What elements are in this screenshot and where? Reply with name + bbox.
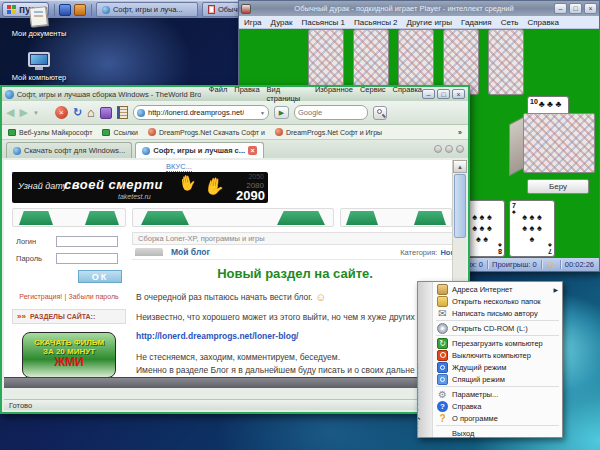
sections-header: РАЗДЕЛЫ САЙТА:: xyxy=(30,313,95,320)
hand-card-7-spades[interactable]: 7♠ 7♠ ♠ ♠ ♠ ♠ ♠ ♠ ♠ xyxy=(509,200,555,257)
register-link[interactable]: Регистрация! xyxy=(19,293,62,300)
game-menu-net[interactable]: Сеть xyxy=(501,18,519,27)
tab-bar: Скачать софт для Windows... Софт, игры и… xyxy=(2,140,468,158)
game-menu-pasyans1[interactable]: Пасьянсы 1 xyxy=(301,18,345,27)
go-button[interactable]: ▶ xyxy=(274,106,289,119)
back-icon[interactable]: ◀ xyxy=(6,106,14,119)
bookmarks-bar: Веб-узлы Майкрософт Ссылки DreamProgs.Ne… xyxy=(2,125,468,140)
tabbar-button[interactable] xyxy=(434,145,442,153)
browser-minimize-button[interactable]: – xyxy=(422,89,435,99)
site-favicon xyxy=(137,109,145,117)
menu-item-exit[interactable]: Выход xyxy=(433,427,562,439)
browser-toolbar: ◀ ▶ ▼ × ↻ ⌂ ▼ ▶ xyxy=(2,101,468,125)
bookmarks-icon[interactable] xyxy=(117,106,128,119)
game-menu-other[interactable]: Другие игры xyxy=(407,18,452,27)
tab-soft-games-active[interactable]: Софт, игры и лучшая с... × xyxy=(135,142,264,158)
menu-item-shutdown[interactable]: Выключить компьютер xyxy=(433,349,562,361)
address-dropdown-icon[interactable]: ▼ xyxy=(260,110,265,116)
desktop-icon-my-computer[interactable]: Мой компьютер xyxy=(8,52,70,83)
refresh-icon[interactable]: ↻ xyxy=(73,106,82,119)
game-menu-durak[interactable]: Дурак xyxy=(271,18,293,27)
menu-file[interactable]: Файл xyxy=(209,85,227,103)
deck-stack[interactable] xyxy=(523,113,595,173)
category-label: Категория: xyxy=(400,248,437,257)
download-movie-banner[interactable]: СКАЧАТЬ ФИЛЬМ ЗА 20 МИНУТ ЖМИ xyxy=(22,332,116,378)
bookmark-item[interactable]: DreamProgs.Net Скачать Софт и xyxy=(148,128,265,136)
tabbar-button[interactable] xyxy=(445,145,453,153)
browser-close-button[interactable]: × xyxy=(452,89,465,99)
category-link[interactable]: Нов xyxy=(440,248,452,257)
blog-link[interactable]: http://lonerd.dreamprogs.net/loner-blog/ xyxy=(136,331,452,341)
browser-titlebar[interactable]: Софт, игры и лучшая сборка Windows - The… xyxy=(2,87,468,101)
page-content: ВКУС... Узнай дату своей смерти taketest… xyxy=(4,160,452,388)
quicklaunch-icon[interactable] xyxy=(74,4,86,16)
open-folders-icon xyxy=(437,296,448,307)
menu-item-open-folders[interactable]: Открыть несколько папок xyxy=(433,295,562,307)
menu-view[interactable]: Вид страницы xyxy=(267,85,308,103)
menu-item-hibernate[interactable]: Спящий режим xyxy=(433,373,562,385)
bookmark-item[interactable]: Ссылки xyxy=(102,129,138,136)
scrollbar-thumb[interactable] xyxy=(454,174,466,238)
ad-line1: СКАЧАТЬ ФИЛЬМ xyxy=(23,338,115,347)
menu-item-mail-author[interactable]: ✉ Написать письмо автору xyxy=(433,307,562,319)
banner-text-pre: Узнай дату xyxy=(18,181,67,191)
game-menu-pasyans2[interactable]: Пасьянсы 2 xyxy=(354,18,398,27)
stop-icon[interactable]: × xyxy=(55,106,68,119)
card-back[interactable] xyxy=(488,29,524,95)
address-input[interactable] xyxy=(148,108,244,117)
bookmark-item[interactable]: Веб-узлы Майкрософт xyxy=(8,129,92,136)
standby-icon xyxy=(437,362,448,373)
scroll-up-icon[interactable]: ▲ xyxy=(453,160,467,173)
take-button[interactable]: Беру xyxy=(527,179,589,194)
menu-tools[interactable]: Сервис xyxy=(360,85,386,103)
menu-edit[interactable]: Правка xyxy=(234,85,259,103)
menu-item-help[interactable]: ? Справка xyxy=(433,400,562,412)
tabbar-button[interactable] xyxy=(456,145,464,153)
address-bar[interactable]: ▼ xyxy=(133,105,269,120)
game-close-button[interactable]: × xyxy=(584,3,597,14)
menu-item-restart[interactable]: ↻ Перезагрузить компьютер xyxy=(433,337,562,349)
ok-button[interactable]: ОК xyxy=(78,270,122,283)
search-button[interactable] xyxy=(373,106,387,120)
blog-section-title[interactable]: Мой блог xyxy=(171,247,210,257)
bookmark-item[interactable]: DreamProgs.Net Софт и Игры xyxy=(275,128,382,136)
login-input[interactable] xyxy=(56,236,118,247)
history-dropdown-icon[interactable]: ▼ xyxy=(33,110,39,116)
search-box[interactable] xyxy=(294,105,368,120)
game-titlebar[interactable]: Обычный дурак - подкидной играет Player … xyxy=(239,1,599,16)
menu-item-settings[interactable]: ⚙ Параметры... xyxy=(433,388,562,400)
menu-item-open-cdrom[interactable]: Открыть CD-ROM (L:) xyxy=(433,322,562,334)
help-icon: ? xyxy=(437,401,448,412)
my-computer-icon xyxy=(27,52,51,72)
search-input[interactable] xyxy=(298,108,360,117)
forgot-password-link[interactable]: Забыли пароль xyxy=(69,293,119,300)
password-input[interactable] xyxy=(56,253,118,264)
game-menu-igra[interactable]: Игра xyxy=(244,18,262,27)
column-header-decoration xyxy=(340,208,452,227)
home-icon[interactable]: ⌂ xyxy=(87,105,95,120)
browser-maximize-button[interactable]: □ xyxy=(437,89,450,99)
horizontal-scrollbar[interactable] xyxy=(4,377,452,388)
blank-icon xyxy=(437,428,448,439)
game-minimize-button[interactable]: – xyxy=(554,3,567,14)
game-menu-help[interactable]: Справка xyxy=(527,18,558,27)
game-maximize-button[interactable]: □ xyxy=(569,3,582,14)
page-nav-link-vkus[interactable]: ВКУС... xyxy=(166,162,192,172)
column-header-decoration xyxy=(132,208,334,227)
bookmarks-overflow-icon[interactable]: » xyxy=(458,129,462,136)
forward-icon[interactable]: ▶ xyxy=(19,106,27,119)
taskbar-task-browser[interactable]: Софт, игры и луча... xyxy=(96,2,198,17)
menu-favorites[interactable]: Избранное xyxy=(315,85,353,103)
desktop-icon-my-documents[interactable]: Мои документы xyxy=(8,6,70,39)
taketest-banner[interactable]: Узнай дату своей смерти taketest.ru ✋ ✋ … xyxy=(12,172,268,203)
menu-item-about[interactable]: ? О программе xyxy=(433,412,562,424)
downloads-icon[interactable] xyxy=(100,107,112,119)
menu-help[interactable]: Справка xyxy=(393,85,422,103)
tab-close-icon[interactable]: × xyxy=(248,146,257,155)
menu-item-internet-addresses[interactable]: Адреса Интернет ▶ xyxy=(433,283,562,295)
game-title: Обычный дурак - подкидной играет Player … xyxy=(254,4,554,13)
desktop-icon-label: Мои документы xyxy=(8,30,70,39)
game-menu-gadania[interactable]: Гадания xyxy=(461,18,492,27)
tab-download-soft[interactable]: Скачать софт для Windows... xyxy=(6,142,132,158)
menu-item-standby[interactable]: Ждущий режим xyxy=(433,361,562,373)
